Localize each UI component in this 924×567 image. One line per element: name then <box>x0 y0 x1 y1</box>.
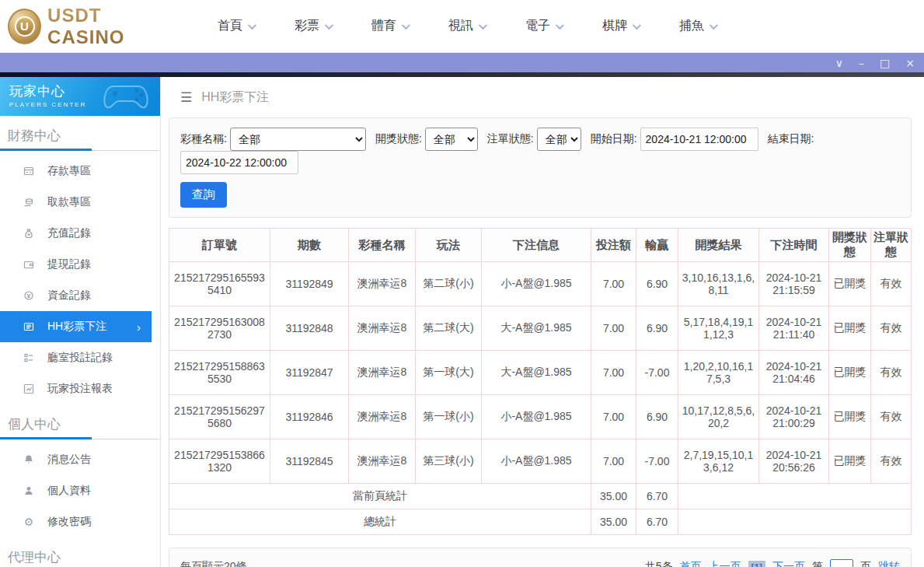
start-date-label: 開始日期: <box>591 132 637 146</box>
sidebar-item[interactable]: 消息公告 <box>0 444 160 475</box>
funds-record-icon <box>22 289 36 302</box>
jump-button[interactable]: 跳转 <box>878 560 900 567</box>
table-cell: 7.00 <box>591 439 636 484</box>
table-cell: 已開獎 <box>829 262 871 306</box>
summary-bet-total: 35.00 <box>591 484 636 509</box>
sidebar-item[interactable]: 充值記錄 <box>0 218 160 249</box>
table-cell: 5,17,18,4,19,11,12,3 <box>678 306 759 351</box>
sidebar-item[interactable]: HH彩票下注› <box>0 311 152 342</box>
sidebar-item[interactable]: ⚙修改密碼 <box>0 506 160 537</box>
nav-item-3[interactable]: 體育 <box>371 18 408 34</box>
draw-status-select[interactable]: 全部 <box>425 128 478 151</box>
table-cell: 7.00 <box>591 306 636 351</box>
table-cell: 10,17,12,8,5,6,20,2 <box>678 395 759 439</box>
sidebar-item[interactable]: 提現記錄 <box>0 249 160 280</box>
summary-row: 總統計35.006.70 <box>169 509 912 535</box>
table-cell: 2024-10-21 21:04:46 <box>759 351 829 395</box>
page-jump-input[interactable] <box>830 559 853 567</box>
table-cell: 大-A盤@1.985 <box>482 306 591 351</box>
bets-table: 訂單號期數彩種名稱玩法下注信息投注額輸贏開獎結果下注時間開獎狀態注單狀態 215… <box>169 228 912 535</box>
column-header: 下注時間 <box>759 229 829 262</box>
nav-item-2[interactable]: 彩票 <box>295 18 331 34</box>
table-cell: 已開獎 <box>829 306 871 351</box>
bell-icon <box>22 453 36 466</box>
table-cell: 31192847 <box>270 351 349 395</box>
prev-page-link[interactable]: 上一页 <box>709 560 741 567</box>
main-nav: 首頁彩票體育視訊電子棋牌捕魚 <box>218 18 716 34</box>
sidebar-item[interactable]: 個人資料 <box>0 475 160 506</box>
table-cell: 2152172951655935410 <box>169 262 270 306</box>
end-date-input[interactable] <box>180 151 298 174</box>
order-status-select[interactable]: 全部 <box>537 128 581 151</box>
summary-empty <box>678 484 912 509</box>
sidebar-header: 玩家中心 PLAYERS CENTER <box>0 77 160 116</box>
sidebar-section-title: 財務中心 <box>0 116 160 150</box>
table-header-row: 訂單號期數彩種名稱玩法下注信息投注額輸贏開獎結果下注時間開獎狀態注單狀態 <box>169 229 912 262</box>
table-row: 215217295163008273031192848澳洲幸运8第二球(大)大-… <box>169 306 912 351</box>
sidebar-item-label: HH彩票下注 <box>47 320 106 334</box>
table-cell: 小-A盤@1.985 <box>482 439 591 484</box>
query-button[interactable]: 查詢 <box>180 182 227 208</box>
summary-label: 當前頁統計 <box>169 484 591 509</box>
window-close-icon[interactable]: × <box>905 58 915 68</box>
table-cell: 有效 <box>871 306 912 351</box>
lottery-bet-icon <box>22 320 36 333</box>
main-content: ☰ HH彩票下注 彩種名稱: 全部 開獎狀態: 全部 注單狀態: 全部 開始日期… <box>161 77 924 567</box>
table-cell: 有效 <box>871 262 912 306</box>
logo[interactable]: U USDT CASINO <box>8 5 175 48</box>
nav-item-7[interactable]: 捕魚 <box>679 18 716 34</box>
logo-text: USDT CASINO <box>47 5 175 48</box>
window-dropdown-icon[interactable]: ∨ <box>835 58 843 68</box>
table-cell: -7.00 <box>636 351 678 395</box>
table-cell: 2024-10-21 21:15:59 <box>759 262 829 306</box>
section-underline <box>0 150 160 151</box>
sidebar-item-label: 修改密碼 <box>47 515 91 529</box>
table-cell: 小-A盤@1.985 <box>482 395 591 439</box>
window-maximize-icon[interactable]: □ <box>880 58 890 68</box>
start-date-input[interactable] <box>640 128 758 151</box>
nav-item-5[interactable]: 電子 <box>525 18 562 34</box>
sidebar-item-label: 廳室投註記錄 <box>47 351 113 365</box>
table-cell: 澳洲幸运8 <box>349 306 416 351</box>
window-titlebar: ∨ – □ × <box>0 53 924 72</box>
sidebar-item[interactable]: 玩家投注報表 <box>0 373 160 404</box>
player-report-icon <box>22 383 36 395</box>
nav-item-1[interactable]: 首頁 <box>218 18 254 34</box>
nav-item-6[interactable]: 棋牌 <box>602 18 639 34</box>
next-page-link[interactable]: 下一页 <box>772 560 805 567</box>
recharge-record-icon <box>22 227 36 240</box>
filter-panel: 彩種名稱: 全部 開獎狀態: 全部 注單狀態: 全部 開始日期: 結束日期: 查… <box>169 117 912 218</box>
column-header: 期數 <box>270 229 349 262</box>
nav-item-4[interactable]: 視訊 <box>448 18 485 34</box>
sidebar-item[interactable]: 取款專區 <box>0 187 160 218</box>
window-minimize-icon[interactable]: – <box>859 58 864 68</box>
current-page-indicator: [1] <box>748 561 765 567</box>
sidebar-item-label: 消息公告 <box>47 453 91 467</box>
summary-win-total: 6.70 <box>636 484 678 509</box>
first-page-link[interactable]: 首页 <box>680 560 702 567</box>
table-cell: 7.00 <box>591 351 636 395</box>
column-header: 彩種名稱 <box>349 229 416 262</box>
sidebar-section-title: 代理中心 <box>0 537 160 567</box>
table-row: 215217295153866132031192845澳洲幸运8第三球(小)小-… <box>169 439 912 484</box>
table-cell: 2024-10-21 21:11:40 <box>759 306 829 351</box>
column-header: 輸贏 <box>636 229 678 262</box>
column-header: 下注信息 <box>482 229 591 262</box>
sidebar-item-label: 資金記錄 <box>47 289 91 303</box>
sidebar-item[interactable]: 存款專區 <box>0 156 160 187</box>
table-cell: 第一球(小) <box>416 395 482 439</box>
table-cell: -7.00 <box>636 439 678 484</box>
table-row: 215217295165593541031192849澳洲幸运8第二球(小)小-… <box>169 262 912 306</box>
table-cell: 2152172951562975680 <box>169 395 270 439</box>
sidebar-item[interactable]: 資金記錄 <box>0 280 160 311</box>
menu-burger-icon[interactable]: ☰ <box>180 89 192 106</box>
table-cell: 1,20,2,10,16,17,5,3 <box>678 351 759 395</box>
lottery-name-select[interactable]: 全部 <box>230 128 366 151</box>
order-status-label: 注單狀態: <box>487 132 534 146</box>
table-cell: 3,10,16,13,1,6,8,11 <box>678 262 759 306</box>
summary-bet-total: 35.00 <box>591 509 636 535</box>
sidebar-item[interactable]: 廳室投註記錄 <box>0 342 160 373</box>
table-cell: 31192845 <box>270 439 349 484</box>
section-underline <box>0 439 160 439</box>
table-cell: 6.90 <box>636 395 678 439</box>
